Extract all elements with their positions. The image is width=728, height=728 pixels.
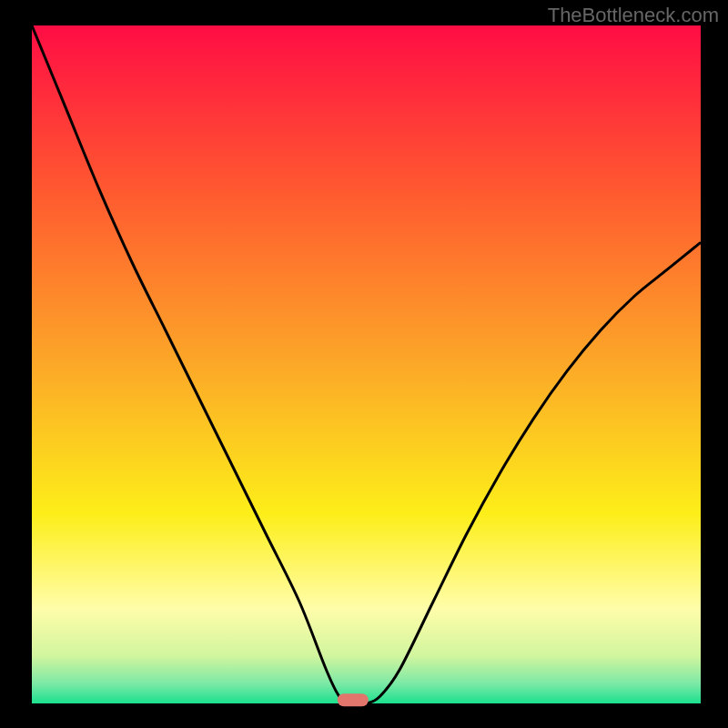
bottleneck-chart — [0, 0, 728, 728]
optimal-marker — [338, 693, 369, 706]
chart-container: TheBottleneck.com — [0, 0, 728, 728]
watermark-text: TheBottleneck.com — [548, 4, 719, 27]
gradient-background — [32, 25, 701, 703]
